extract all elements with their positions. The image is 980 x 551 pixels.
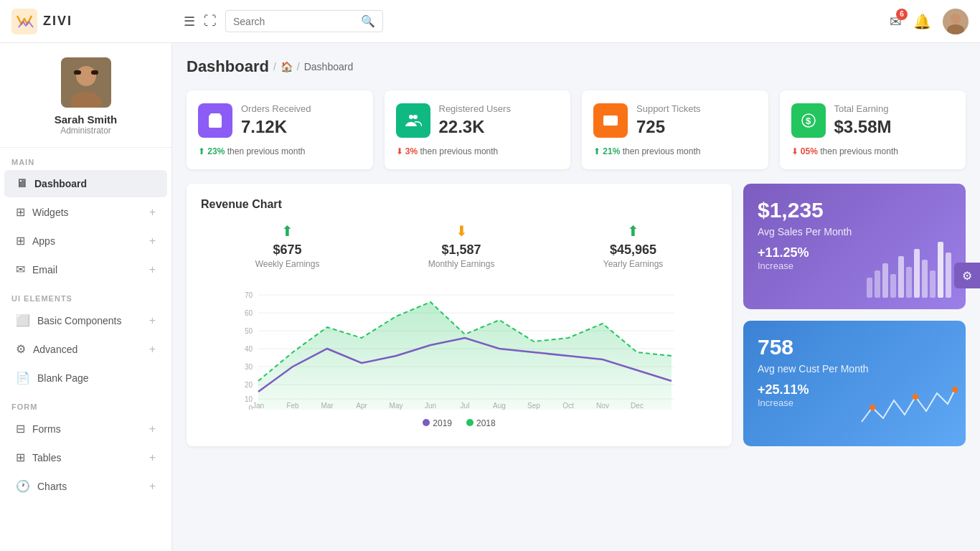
svg-rect-0 [11, 9, 37, 34]
monthly-label: Monthly Earnings [428, 259, 495, 269]
breadcrumb-sep1: / [273, 61, 276, 72]
users-note: then previous month [420, 146, 499, 156]
tickets-label: Support Tickets [636, 103, 701, 114]
svg-text:Nov: Nov [596, 402, 609, 410]
svg-rect-49 [922, 260, 928, 298]
advanced-label: Advanced [33, 344, 142, 355]
cube-icon: ⬜ [16, 314, 30, 327]
users-footer: ⬇ 3% then previous month [396, 146, 560, 156]
sidebar-item-advanced[interactable]: ⚙ Advanced + [4, 335, 167, 363]
orders-icon-box [198, 103, 232, 138]
orders-pct: 23% [207, 146, 225, 156]
forms-label: Forms [32, 423, 142, 435]
users-pct: 3% [405, 146, 418, 156]
svg-text:40: 40 [245, 345, 253, 353]
tickets-pct: 21% [603, 146, 620, 156]
mail-icon-wrap[interactable]: ✉ 6 [890, 13, 902, 30]
email-label: Email [32, 264, 142, 276]
svg-text:Jan: Jan [253, 402, 264, 410]
stat-card-earning: $ Total Earning $3.58M ⬇ 05% then previo… [780, 90, 966, 169]
earning-label: Total Earning [834, 103, 892, 114]
email-icon: ✉ [16, 263, 25, 276]
earning-text: Total Earning $3.58M [834, 103, 892, 137]
breadcrumb-home-icon: 🏠 [281, 61, 293, 72]
sidebar: Sarah Smith Administrator MAIN 🖥 Dashboa… [0, 43, 172, 551]
hamburger-icon[interactable]: ☰ [184, 14, 195, 29]
svg-rect-44 [882, 263, 888, 298]
avg-customers-label: Avg new Cust Per Month [758, 362, 951, 375]
sidebar-item-forms[interactable]: ⊟ Forms + [4, 415, 167, 443]
chart-icon: 🕐 [16, 479, 30, 493]
svg-rect-11 [603, 116, 618, 126]
tickets-icon-box [593, 103, 628, 138]
svg-text:May: May [390, 402, 403, 410]
mail-badge: 6 [896, 9, 908, 20]
avg-customers-value: 758 [758, 335, 951, 359]
basic-components-plus-icon: + [149, 314, 156, 327]
tickets-text: Support Tickets 725 [636, 103, 701, 137]
search-button[interactable]: 🔍 [361, 14, 375, 28]
sidebar-item-dashboard[interactable]: 🖥 Dashboard [4, 170, 167, 197]
orders-value: 7.12K [241, 117, 311, 137]
sidebar-item-apps[interactable]: ⊞ Apps + [4, 227, 167, 255]
earning-note: then previous month [820, 146, 898, 156]
users-trend-icon: ⬇ [396, 146, 403, 156]
logo-text: ZIVI [43, 14, 72, 29]
widgets-label: Widgets [32, 207, 142, 218]
svg-rect-51 [938, 242, 943, 298]
sidebar-item-blank-page[interactable]: 📄 Blank Page [4, 364, 167, 392]
breadcrumb-current: Dashboard [304, 61, 354, 72]
svg-rect-42 [867, 278, 872, 298]
svg-text:Jun: Jun [425, 402, 436, 410]
avg-sales-value: $1,235 [758, 198, 951, 222]
main-layout: Sarah Smith Administrator MAIN 🖥 Dashboa… [0, 43, 980, 551]
users-value: 22.3K [439, 117, 511, 137]
avg-customers-widget: 758 Avg new Cust Per Month +25.11% Incre… [743, 321, 966, 446]
stat-card-tickets: Support Tickets 725 ⬆ 21% then previous … [582, 90, 768, 169]
sidebar-item-widgets[interactable]: ⊞ Widgets + [4, 198, 167, 226]
settings-fab[interactable]: ⚙ [954, 263, 980, 288]
orders-label: Orders Received [241, 103, 311, 114]
user-avatar-topnav[interactable] [943, 9, 969, 34]
svg-rect-48 [914, 249, 920, 298]
tickets-footer: ⬆ 21% then previous month [593, 146, 757, 156]
sidebar-item-tables[interactable]: ⊞ Tables + [4, 443, 167, 471]
users-text: Registered Users 22.3K [439, 103, 511, 137]
advanced-plus-icon: + [149, 343, 156, 356]
avg-sales-widget: $1,235 Avg Sales Per Month +11.25% Incre… [743, 184, 966, 309]
users-label: Registered Users [439, 103, 511, 114]
svg-text:Aug: Aug [493, 402, 506, 410]
svg-rect-46 [898, 256, 904, 298]
user-avatar-sidebar [61, 57, 111, 108]
sidebar-item-basic-components[interactable]: ⬜ Basic Components + [4, 306, 167, 334]
svg-text:Sep: Sep [527, 402, 540, 410]
user-name: Sarah Smith [55, 113, 118, 126]
orders-footer: ⬆ 23% then previous month [198, 146, 362, 156]
sidebar-item-email[interactable]: ✉ Email + [4, 255, 167, 283]
weekly-label: Weekly Earnings [255, 259, 320, 269]
svg-point-2 [947, 24, 964, 34]
sidebar-item-charts[interactable]: 🕐 Charts + [4, 472, 167, 500]
users-icon-box [396, 103, 430, 138]
search-input[interactable] [233, 16, 357, 27]
svg-text:70: 70 [245, 291, 253, 299]
chart-legend: 2019 2018 [201, 418, 717, 428]
user-profile: Sarah Smith Administrator [0, 43, 171, 148]
form-icon: ⊟ [16, 422, 25, 435]
monthly-metric: ⬇ $1,587 Monthly Earnings [428, 222, 495, 269]
apps-icon: ⊞ [16, 234, 25, 248]
tables-label: Tables [32, 452, 142, 463]
content: Dashboard / 🏠 / Dashboard Orders Receive… [172, 43, 980, 551]
earning-footer: ⬇ 05% then previous month [791, 146, 955, 156]
weekly-value: $675 [255, 242, 320, 258]
breadcrumb: Dashboard / 🏠 / Dashboard [187, 57, 966, 76]
section-label-form: FORM [0, 392, 171, 414]
mini-bar-chart [865, 235, 958, 302]
monitor-icon: 🖥 [16, 177, 27, 190]
expand-icon[interactable]: ⛶ [204, 14, 217, 29]
tables-plus-icon: + [149, 451, 156, 464]
monthly-value: $1,587 [428, 242, 495, 258]
bell-icon-wrap[interactable]: 🔔 [913, 13, 931, 30]
charts-label: Charts [37, 481, 142, 492]
svg-point-53 [870, 405, 875, 410]
